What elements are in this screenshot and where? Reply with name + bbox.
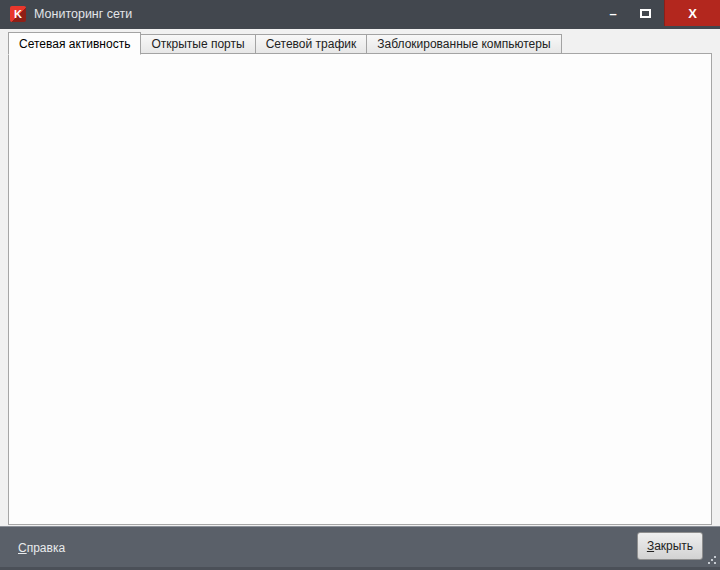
- kaspersky-app-icon: K: [10, 6, 26, 22]
- close-button[interactable]: X: [664, 0, 720, 26]
- maximize-icon: [640, 9, 651, 18]
- footer-bar: Справка Закрыть: [0, 526, 720, 570]
- tab-3[interactable]: Сетевой трафик: [256, 34, 368, 54]
- tab-1[interactable]: Сетевая активность: [8, 32, 141, 55]
- window-title: Мониторинг сети: [34, 7, 132, 21]
- resize-grip[interactable]: [707, 555, 717, 565]
- tab-4[interactable]: Заблокированные компьютеры: [367, 34, 561, 54]
- close-dialog-button[interactable]: Закрыть: [637, 532, 703, 560]
- minimize-button[interactable]: –: [598, 0, 628, 26]
- tab-2[interactable]: Открытые порты: [141, 34, 255, 54]
- maximize-button[interactable]: [630, 0, 660, 26]
- help-link[interactable]: Справка: [18, 541, 65, 555]
- tab-strip: Сетевая активностьОткрытые портыСетевой …: [8, 31, 562, 54]
- content-panel: [8, 53, 712, 525]
- title-bar: K Мониторинг сети – X: [0, 0, 720, 29]
